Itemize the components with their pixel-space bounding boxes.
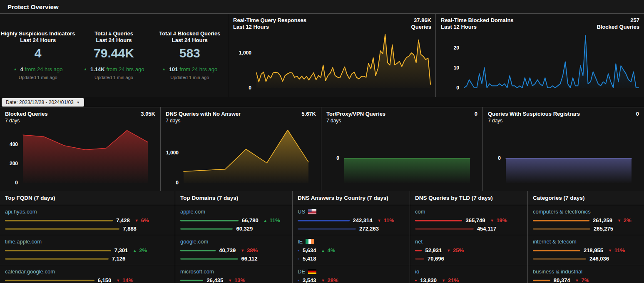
current-period-row: 52,931▼25% xyxy=(415,248,522,253)
y-axis-tick: 1,000 xyxy=(239,50,251,56)
kpi-title-line2: Last 24 Hours xyxy=(76,37,152,44)
realtime-blocked-domains-chart-panel: Real-Time Blocked Domains Last 12 Hours … xyxy=(436,14,644,97)
trend-down-icon: ▼ xyxy=(447,248,450,253)
current-period-row: 5,634▲4% xyxy=(298,248,405,253)
ireland-flag-icon xyxy=(306,239,314,244)
date-filter-label: Date: 2023/12/28 - 2024/01/03 xyxy=(6,99,74,105)
chart-total-value: 37.86K xyxy=(411,17,431,24)
delta-value: 101 xyxy=(169,66,178,72)
change-percent: 2% xyxy=(624,217,632,223)
trend-up-icon: ▲ xyxy=(133,248,137,253)
realtime-query-responses-chart-panel: Real-Time Query Responses Last 12 Hours … xyxy=(228,14,436,97)
mid-row: Blocked Queries 7 days 3.05K 0200400 DNS… xyxy=(0,107,644,191)
kpi-delta: ▲ 1.14K from 24 hrs ago xyxy=(76,66,152,72)
kpi-delta: ▲ 4 from 24 hrs ago xyxy=(0,66,76,72)
chart-total-value: 257 xyxy=(597,17,639,24)
item-label-text: apple.com xyxy=(180,209,205,215)
chart-title: Tor/Proxy/VPN Queries xyxy=(326,111,385,117)
item-label: microsoft.com xyxy=(180,268,287,275)
previous-period-row: 246,036 xyxy=(533,256,639,261)
y-axis-tick: 0 xyxy=(176,180,179,186)
current-period-row: 261,259▼2% xyxy=(533,218,639,223)
chart-total-value: 0 xyxy=(636,111,639,117)
blocked-queries-chart-panel: Blocked Queries 7 days 3.05K 0200400 xyxy=(0,107,161,191)
change-percent: 11% xyxy=(270,217,280,223)
trend-down-icon: ▼ xyxy=(608,248,612,253)
list-item: io13,830▼21%17,429 xyxy=(410,265,527,283)
y-axis-tick: 0 xyxy=(336,155,339,161)
item-label: api.hyas.com xyxy=(5,208,170,215)
top-section: Highly Suspicious Indicators Last 24 Hou… xyxy=(0,14,644,97)
item-label-text: microsoft.com xyxy=(180,268,214,275)
y-axis-tick: 0 xyxy=(498,155,501,161)
tor-proxy-vpn-chart-panel: Tor/Proxy/VPN Queries 7 days 0 0 xyxy=(321,107,483,191)
item-label-text: US xyxy=(298,209,305,215)
kpi-total-queries: Total # Queries Last 24 Hours 79.44K ▲ 1… xyxy=(76,30,152,97)
trend-down-icon: ▼ xyxy=(135,218,139,223)
chart-subtitle: Last 12 Hours xyxy=(441,24,514,30)
previous-value: 7,888 xyxy=(123,226,137,232)
list-item: apple.com66,780▲11%60,329 xyxy=(175,205,292,235)
bottom-row: Top FQDN (7 days) api.hyas.com7,428▼6%7,… xyxy=(0,191,644,283)
item-label: IE xyxy=(298,238,405,245)
kpi-value: 583 xyxy=(152,46,228,60)
current-period-row: 7,428▼6% xyxy=(5,218,170,223)
current-period-row: 80,374▼7% xyxy=(533,278,639,283)
trend-down-icon: ▼ xyxy=(321,278,325,283)
previous-value: 272,263 xyxy=(359,226,379,232)
trend-down-icon: ▼ xyxy=(228,278,232,283)
current-bar xyxy=(415,280,417,281)
suspicious-registrars-chart-panel: Queries With Suspicious Registrars 7 day… xyxy=(483,107,644,191)
y-axis-tick: 200 xyxy=(10,161,18,166)
change-percent: 28% xyxy=(327,277,338,283)
page-title: Protect Overview xyxy=(7,3,59,10)
reg-area-fill xyxy=(506,158,632,183)
list-item: time.apple.com7,301▲2%7,126 xyxy=(0,235,175,265)
chart-total-value: 3.05K xyxy=(141,111,155,117)
kpi-value: 79.44K xyxy=(76,46,152,60)
change-percent: 11% xyxy=(383,217,394,223)
list-item: com365,749▼19%454,117 xyxy=(410,205,527,235)
item-label: net xyxy=(415,238,522,245)
list-item: google.com40,739▼38%66,112 xyxy=(175,235,292,265)
chart-title: Queries With Suspicious Registrars xyxy=(488,111,580,117)
previous-bar xyxy=(298,258,299,260)
item-label-text: net xyxy=(415,238,423,245)
item-label-text: business & industrial xyxy=(533,268,582,275)
current-period-row: 242,314▼11% xyxy=(298,218,405,223)
title-bar: Protect Overview xyxy=(0,0,644,14)
current-bar xyxy=(533,250,580,251)
y-axis-tick: 0 xyxy=(456,85,459,91)
current-value: 3,543 xyxy=(303,277,316,283)
current-bar xyxy=(298,280,299,281)
previous-bar xyxy=(415,228,474,230)
change-percent: 6% xyxy=(141,217,149,223)
list-item: api.hyas.com7,428▼6%7,888 xyxy=(0,205,175,235)
trend-down-icon: ▼ xyxy=(490,218,494,223)
kpi-blocked-queries: Total # Blocked Queries Last 24 Hours 58… xyxy=(152,30,228,97)
list-item: internet & telecom218,955▼11%246,036 xyxy=(528,235,644,265)
kpi-title-line1: Total # Queries xyxy=(76,30,152,37)
trend-down-icon: ▼ xyxy=(116,278,120,283)
item-label-text: DE xyxy=(298,268,305,275)
trend-up-icon: ▲ xyxy=(321,248,325,253)
change-percent: 4% xyxy=(327,247,335,253)
chart-subtitle: 7 days xyxy=(326,117,385,124)
item-label-text: api.hyas.com xyxy=(5,209,37,215)
date-filter-dropdown[interactable]: Date: 2023/12/28 - 2024/01/03 ▼ xyxy=(2,98,84,107)
item-label-text: io xyxy=(415,268,419,275)
current-period-row: 7,301▲2% xyxy=(5,248,170,253)
y-axis-tick: 1,000 xyxy=(166,150,179,156)
list-item: US242,314▼11%272,263 xyxy=(293,205,410,235)
previous-bar xyxy=(5,228,119,230)
current-bar xyxy=(5,220,113,221)
current-period-row: 3,543▼28% xyxy=(298,278,405,283)
change-percent: 21% xyxy=(448,277,459,283)
dns-answers-by-country-panel: DNS Answers by Country (7 days) US242,31… xyxy=(293,191,410,283)
change-percent: 7% xyxy=(582,277,589,283)
previous-value: 66,112 xyxy=(241,256,258,262)
current-period-row: 26,435▼13% xyxy=(180,278,287,283)
chart-subtitle: Last 12 Hours xyxy=(233,24,306,30)
item-label: calendar.google.com xyxy=(5,268,170,275)
y-axis-tick: 10 xyxy=(454,65,460,71)
